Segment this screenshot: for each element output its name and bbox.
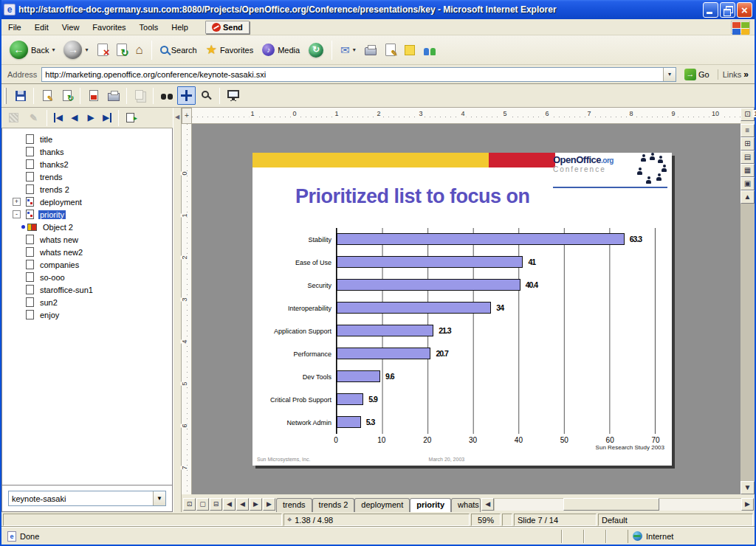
slide[interactable]: OpenOffice.org Conference Prioritized li… xyxy=(252,153,672,466)
vertical-ruler[interactable]: 01234567 xyxy=(182,124,192,494)
menu-tools[interactable]: Tools xyxy=(133,21,165,34)
tree-item-trends[interactable]: trends xyxy=(2,170,172,183)
last-slide-button[interactable]: ▶ xyxy=(100,111,114,125)
hscroll-track[interactable] xyxy=(494,498,741,511)
tree-item-thanks[interactable]: thanks xyxy=(2,145,172,158)
mail-button[interactable]: ✉ ▾ xyxy=(337,42,360,58)
menu-view[interactable]: View xyxy=(55,21,86,34)
status-zoom-pane[interactable]: 59% xyxy=(471,514,501,526)
previous-tab-button[interactable]: ◀ xyxy=(236,498,249,511)
menu-favorites[interactable]: Favorites xyxy=(86,21,132,34)
next-slide-button[interactable]: ▶ xyxy=(83,111,98,125)
favorites-button[interactable]: ★ Favorites xyxy=(202,41,258,59)
menu-file[interactable]: File xyxy=(1,21,28,34)
scroll-up-button[interactable]: ▲ xyxy=(740,190,755,204)
last-tab-button[interactable]: ▶ xyxy=(263,498,275,511)
stop-button[interactable] xyxy=(94,42,111,58)
discuss-button[interactable] xyxy=(401,44,419,57)
tree-item-deployment[interactable]: +deployment xyxy=(2,196,172,208)
send-button[interactable]: Send xyxy=(205,21,250,34)
horizontal-scrollbar[interactable]: ◀ ▶ xyxy=(481,498,754,511)
print-button[interactable] xyxy=(361,43,380,57)
presentation-button[interactable] xyxy=(224,86,242,105)
media-button[interactable]: ♪ Media xyxy=(258,42,303,58)
history-button[interactable]: ↻ xyxy=(305,41,327,59)
previous-slide-button[interactable]: ◀ xyxy=(67,111,82,125)
address-url[interactable]: http://marketing.openoffice.org/conferen… xyxy=(42,70,663,79)
forward-button[interactable]: → ▾ xyxy=(60,39,92,61)
restore-button[interactable] xyxy=(720,2,735,18)
copy-button[interactable] xyxy=(131,86,149,105)
go-button[interactable]: → Go xyxy=(681,68,713,81)
vertical-scrollbar[interactable] xyxy=(740,204,755,481)
edit-document-button[interactable] xyxy=(38,86,56,105)
menu-edit[interactable]: Edit xyxy=(28,21,55,34)
tree-item-companies[interactable]: companies xyxy=(2,258,172,271)
next-tab-button[interactable]: ▶ xyxy=(250,498,262,511)
tab-whats[interactable]: whats xyxy=(451,498,481,512)
scroll-left-button[interactable]: ◀ xyxy=(481,498,494,511)
links-menu[interactable]: Links » xyxy=(718,69,753,80)
handout-view-button[interactable]: ▦ xyxy=(740,164,755,177)
export-pdf-button[interactable] xyxy=(84,86,103,105)
tree-item-so-ooo[interactable]: so-ooo xyxy=(2,271,172,283)
chart-bar xyxy=(337,256,523,268)
scroll-down-button[interactable]: ▼ xyxy=(740,481,755,494)
tab-trends-2[interactable]: trends 2 xyxy=(312,498,355,512)
tree-item-sun2[interactable]: sun2 xyxy=(2,296,172,308)
messenger-button[interactable] xyxy=(420,44,439,57)
tree-item-whats-new[interactable]: whats new xyxy=(2,233,172,246)
edit-button[interactable] xyxy=(382,42,399,58)
tree-item-staroffice-sun1[interactable]: staroffice-sun1 xyxy=(2,283,172,296)
address-dropdown[interactable]: ▾ xyxy=(663,68,676,81)
normal-view-button[interactable]: ⊡ xyxy=(183,498,196,511)
tree-item-enjoy[interactable]: enjoy xyxy=(2,308,172,321)
tree-expander-icon[interactable]: + xyxy=(13,198,21,206)
tree-item-object-2[interactable]: Object 2 xyxy=(2,221,172,233)
mail-dropdown[interactable]: ▾ xyxy=(353,46,356,53)
hscroll-thumb[interactable] xyxy=(563,498,660,511)
refresh-button[interactable] xyxy=(113,42,131,58)
tree-item-label: whats new2 xyxy=(38,248,84,257)
menu-help[interactable]: Help xyxy=(165,21,195,34)
tree-item-title[interactable]: title xyxy=(2,133,172,145)
start-presentation-button[interactable]: ▣ xyxy=(740,177,755,190)
back-button[interactable]: ← Back ▾ xyxy=(6,39,58,61)
tree-item-thanks2[interactable]: thanks2 xyxy=(2,158,172,170)
find-button[interactable] xyxy=(157,86,176,105)
master-view-button[interactable]: ▢ xyxy=(196,498,209,511)
document-combo[interactable]: keynote-sasaki ▼ xyxy=(8,491,166,506)
horizontal-ruler[interactable]: 101234567891011 xyxy=(192,108,740,124)
first-tab-button[interactable]: ◀ xyxy=(223,498,236,511)
combo-dropdown-icon[interactable]: ▼ xyxy=(153,491,165,505)
address-input[interactable]: http://marketing.openoffice.org/conferen… xyxy=(41,67,676,82)
forward-dropdown[interactable]: ▾ xyxy=(85,46,88,53)
tree-item-priority[interactable]: -priority xyxy=(2,208,172,221)
back-dropdown[interactable]: ▾ xyxy=(52,46,55,53)
minimize-button[interactable] xyxy=(703,2,718,18)
close-button[interactable] xyxy=(737,2,752,18)
notes-view-button[interactable]: ▤ xyxy=(740,151,755,164)
tree-item-whats-new2[interactable]: whats new2 xyxy=(2,246,172,258)
tab-deployment[interactable]: deployment xyxy=(354,498,410,512)
ruler-origin-button[interactable]: + xyxy=(182,108,192,124)
tab-priority[interactable]: priority xyxy=(410,498,451,512)
print-button[interactable] xyxy=(104,86,123,105)
tab-trends[interactable]: trends xyxy=(276,498,312,512)
navigator-button[interactable] xyxy=(177,86,196,105)
tree-expander-icon[interactable]: - xyxy=(13,210,21,218)
go-to-page-button[interactable] xyxy=(123,111,137,125)
scroll-right-button[interactable]: ▶ xyxy=(741,498,754,511)
search-button[interactable]: Search xyxy=(157,44,201,56)
outline-view-button[interactable]: ≡ xyxy=(740,124,755,137)
layer-view-button[interactable]: ⊟ xyxy=(210,498,222,511)
panel-splitter[interactable]: ◀ xyxy=(173,108,182,512)
first-slide-button[interactable]: ◀ xyxy=(51,111,66,125)
save-button[interactable] xyxy=(11,86,30,105)
slides-view-button[interactable]: ⊞ xyxy=(740,137,755,151)
tree-item-trends-2[interactable]: trends 2 xyxy=(2,183,172,196)
home-button[interactable]: ⌂ xyxy=(132,41,147,59)
zoom-button[interactable] xyxy=(197,86,216,105)
reload-button[interactable] xyxy=(58,86,76,105)
document-canvas[interactable]: OpenOffice.org Conference Prioritized li… xyxy=(192,124,740,494)
